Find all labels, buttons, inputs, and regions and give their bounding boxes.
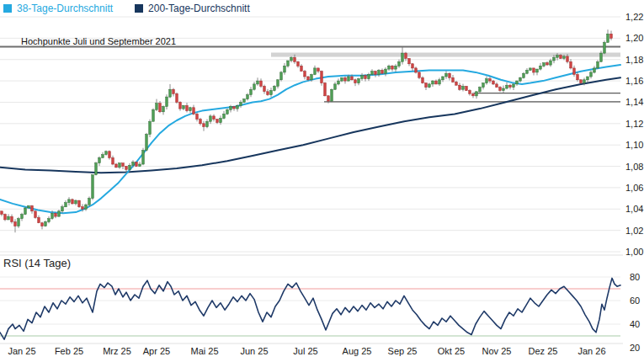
candle-body: [294, 57, 296, 61]
candle-body: [11, 216, 13, 221]
candle-body: [469, 91, 471, 94]
candle-body: [472, 93, 475, 96]
candle-body: [354, 80, 357, 83]
candle-body: [173, 89, 175, 93]
candle-body: [65, 203, 67, 207]
candle-body: [112, 157, 114, 164]
candle-body: [587, 77, 589, 80]
legend-item-ma200[interactable]: 200-Tage-Durchschnitt: [135, 3, 250, 14]
candle-body: [95, 163, 98, 175]
month-label: Mai 25: [190, 346, 218, 356]
candle-body: [290, 57, 293, 61]
candle-body: [553, 57, 556, 61]
rsi-axis-label: 40: [630, 319, 640, 329]
candle-body: [361, 76, 364, 79]
candle-body: [179, 103, 182, 109]
ma200-line: [0, 77, 620, 173]
candle-body: [287, 61, 290, 66]
month-label: Jan 25: [8, 346, 35, 356]
rsi-panel-title: RSI (14 Tage): [3, 257, 71, 269]
month-label: Dez 25: [529, 346, 558, 356]
month-label: Jan 26: [577, 346, 605, 356]
candle-body: [280, 72, 283, 80]
month-label: Mrz 25: [103, 346, 131, 356]
candle-body: [479, 88, 482, 92]
candle-body: [412, 64, 414, 68]
month-label: Okt 25: [438, 346, 465, 356]
candle-body: [600, 53, 603, 61]
candle-body: [398, 61, 401, 66]
candle-body: [580, 80, 583, 83]
candle-body: [563, 56, 566, 59]
candle-body: [607, 34, 609, 42]
rsi-axis-label: 80: [630, 272, 640, 282]
candle-body: [45, 222, 47, 226]
candle-body: [375, 72, 377, 75]
candle-body: [21, 215, 24, 219]
candle-body: [102, 155, 104, 158]
candle-body: [513, 84, 515, 88]
candle-body: [455, 82, 458, 85]
candle-body: [391, 66, 394, 69]
candle-body: [523, 73, 525, 77]
candle-body: [14, 222, 17, 226]
candle-body: [610, 34, 613, 38]
candle-body: [577, 75, 579, 80]
candle-body: [533, 68, 535, 72]
candle-body: [388, 66, 391, 69]
candle-body: [253, 84, 256, 89]
candle-body: [418, 72, 421, 77]
candlestick-series: [1, 29, 613, 232]
price-axis-label: 1,02: [625, 226, 643, 236]
candle-body: [462, 86, 465, 89]
candle-body: [247, 95, 249, 99]
price-axis-label: 1,16: [625, 76, 643, 86]
candle-body: [530, 68, 532, 71]
candle-body: [314, 68, 317, 75]
candle-body: [186, 105, 189, 110]
candle-body: [139, 164, 141, 167]
candle-body: [125, 167, 128, 170]
candle-body: [536, 69, 539, 72]
candle-body: [183, 105, 185, 109]
candle-body: [159, 104, 162, 112]
candle-body: [68, 200, 71, 203]
candlestick-chart-canvas: 1,221,201,181,161,141,121,101,081,061,04…: [0, 0, 644, 362]
candle-body: [210, 116, 212, 121]
month-label: Jun 25: [240, 346, 268, 356]
candle-body: [466, 86, 468, 90]
candle-body: [129, 165, 131, 169]
candle-body: [189, 108, 192, 111]
candle-body: [425, 83, 428, 88]
legend-item-ma38[interactable]: 38-Tage-Durchschnitt: [3, 3, 113, 14]
candle-body: [331, 89, 333, 101]
candle-body: [41, 223, 44, 226]
candle-body: [237, 105, 239, 109]
candle-body: [233, 107, 236, 109]
candle-body: [109, 152, 111, 158]
candle-body: [92, 175, 94, 199]
month-label: Aug 25: [343, 346, 372, 356]
candle-body: [226, 109, 229, 114]
candle-body: [482, 83, 485, 88]
month-label: Feb 25: [55, 346, 83, 356]
candle-body: [402, 53, 404, 61]
candle-body: [284, 66, 286, 72]
candle-body: [449, 73, 451, 77]
candle-body: [445, 73, 448, 77]
candle-body: [31, 206, 34, 211]
candle-body: [334, 84, 337, 89]
candle-body: [4, 215, 7, 220]
candle-body: [196, 114, 199, 119]
month-label: Jul 25: [293, 346, 317, 356]
candle-body: [88, 199, 91, 205]
candle-body: [381, 70, 384, 73]
price-axis-label: 1,12: [625, 119, 643, 129]
candle-body: [509, 85, 512, 88]
candle-body: [546, 63, 549, 66]
candle-body: [338, 81, 340, 84]
price-axis-label: 1,20: [625, 33, 643, 43]
month-label: Sep 25: [388, 346, 418, 356]
candle-body: [55, 213, 57, 216]
price-axis-label: 1,18: [625, 55, 643, 65]
